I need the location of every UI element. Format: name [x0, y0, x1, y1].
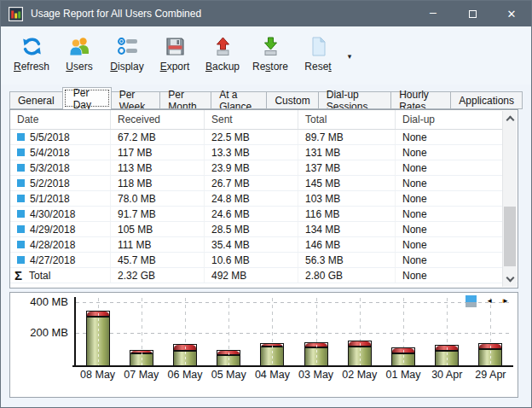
tab-custom[interactable]: Custom: [266, 91, 318, 109]
refresh-arrows-icon: [20, 35, 43, 58]
cell-dialup: None: [396, 253, 502, 267]
received-segment: [174, 352, 196, 365]
x-axis-line: [72, 365, 513, 367]
received-segment: [436, 352, 458, 365]
toolbar-button-backup[interactable]: Backup: [199, 32, 246, 81]
cell-sent: 22.5 MB: [205, 130, 298, 144]
tab-per-month[interactable]: Per Month: [159, 91, 211, 109]
chart-scroll-right-arrow[interactable]: ►: [502, 297, 509, 306]
table-scrollbar[interactable]: [502, 111, 517, 287]
tabstrip: GeneralPer DayPer WeekPer MonthAt a Glan…: [9, 86, 523, 109]
users-icon: [68, 35, 91, 58]
table-row[interactable]: 5/1/201878.0 MB24.8 MB103 MBNone: [10, 191, 502, 207]
toolbar-label-backup: Backup: [205, 61, 240, 73]
cell-sent: 24.6 MB: [205, 207, 298, 221]
usage-bar-29-apr: [478, 343, 502, 365]
toolbar-button-display[interactable]: Display: [103, 32, 151, 81]
toolbar: Refresh Users Display: [1, 26, 531, 85]
column-header-sent[interactable]: Sent: [205, 110, 298, 129]
toolbar-label-export: Export: [160, 61, 190, 73]
floppy-disk-icon: [164, 35, 187, 58]
table-row[interactable]: 4/30/201891.7 MB24.6 MB116 MBNone: [10, 207, 502, 222]
table-header: Date Received Sent Total Dial-up: [10, 110, 502, 130]
maximize-icon: [469, 10, 477, 18]
received-segment: [479, 350, 501, 365]
received-segment: [392, 354, 414, 365]
chart-slot: [76, 298, 119, 365]
column-header-total[interactable]: Total: [298, 110, 396, 129]
tab-hourly-rates[interactable]: Hourly Rates: [390, 91, 451, 109]
cell-dialup: None: [396, 145, 502, 160]
chart-x-label: 30 Apr: [425, 369, 469, 381]
total-row-label: Total: [29, 270, 50, 282]
cell-received: 91.7 MB: [111, 207, 205, 221]
usage-bar-03-may: [304, 342, 328, 365]
chart-x-label: 05 May: [207, 369, 251, 381]
toolbar-button-users[interactable]: Users: [55, 32, 103, 81]
toolbar-label-display: Display: [110, 61, 143, 73]
minimize-button[interactable]: –: [413, 1, 453, 26]
maximize-button[interactable]: [453, 1, 492, 26]
table-row[interactable]: 5/2/2018118 MB26.7 MB145 MBNone: [10, 176, 502, 191]
tab-applications[interactable]: Applications: [450, 91, 523, 109]
table-row[interactable]: 4/27/201845.7 MB10.6 MB56.3 MBNone: [10, 253, 502, 268]
cell-date: 5/4/2018: [30, 147, 70, 159]
toolbar-dropdown-button[interactable]: ▾: [342, 32, 357, 81]
toolbar-label-restore: Restore: [252, 61, 288, 73]
cell-total: 103 MB: [298, 191, 396, 206]
column-header-dialup[interactable]: Dial-up: [396, 110, 502, 129]
table-total-row[interactable]: ΣTotal 2.32 GB 492 MB 2.80 GB None: [10, 268, 518, 283]
chart-scroll-thumb[interactable]: [466, 295, 477, 307]
received-segment: [261, 347, 283, 365]
cell-dialup: None: [396, 222, 502, 236]
tab-per-day[interactable]: Per Day: [62, 87, 112, 109]
tab-at-a-glance[interactable]: At a Glance: [211, 91, 267, 109]
chevron-down-icon: ▾: [348, 52, 352, 61]
scrollbar-down-button[interactable]: [503, 272, 517, 287]
date-marker-icon: [17, 256, 25, 264]
date-marker-icon: [17, 195, 25, 202]
cell-sent: 28.5 MB: [205, 222, 298, 236]
toolbar-button-restore[interactable]: Restore: [246, 32, 294, 81]
chart-scroll-left-arrow[interactable]: ◄: [486, 297, 493, 306]
column-header-received[interactable]: Received: [111, 110, 205, 129]
table-row[interactable]: 5/4/2018117 MB13.3 MB131 MBNone: [10, 145, 502, 160]
display-list-icon: [116, 35, 139, 58]
cell-date: 5/3/2018: [30, 162, 70, 174]
chart-slot: [119, 298, 163, 365]
table-row[interactable]: 4/28/2018111 MB35.4 MB146 MBNone: [10, 237, 502, 253]
sent-segment: [174, 345, 196, 352]
minimize-icon: –: [430, 5, 437, 19]
table-row[interactable]: 5/3/2018113 MB23.9 MB137 MBNone: [10, 160, 502, 176]
toolbar-button-reset[interactable]: Reset: [294, 32, 342, 81]
toolbar-button-export[interactable]: Export: [151, 32, 199, 81]
tab-per-week[interactable]: Per Week: [111, 91, 161, 109]
total-total: 2.80 GB: [298, 268, 396, 283]
table-row[interactable]: 4/29/2018105 MB28.5 MB134 MBNone: [10, 222, 502, 237]
usage-bar-01-may: [391, 347, 415, 365]
chart-x-label: 07 May: [119, 369, 163, 381]
column-header-date[interactable]: Date: [10, 110, 111, 129]
app-icon: [9, 7, 23, 21]
tab-general[interactable]: General: [9, 91, 63, 109]
cell-received: 67.2 MB: [111, 130, 205, 144]
close-button[interactable]: ✕: [492, 1, 531, 26]
cell-total: 137 MB: [298, 160, 396, 175]
scrollbar-up-button[interactable]: [503, 111, 517, 125]
chart-slot: [381, 298, 425, 365]
cell-date: 4/27/2018: [30, 254, 75, 266]
cell-dialup: None: [396, 176, 502, 190]
cell-sent: 26.7 MB: [205, 176, 298, 190]
scrollbar-thumb[interactable]: [504, 207, 516, 266]
close-icon: ✕: [507, 8, 517, 20]
tab-dial-up-sessions[interactable]: Dial-up Sessions: [318, 91, 391, 109]
date-marker-icon: [17, 164, 25, 172]
date-marker-icon: [17, 179, 25, 187]
cell-received: 45.7 MB: [111, 253, 205, 267]
toolbar-label-users: Users: [66, 61, 92, 73]
table-row[interactable]: 5/5/201867.2 MB22.5 MB89.7 MBNone: [10, 130, 502, 145]
titlebar[interactable]: Usage Report for All Users Combined – ✕: [1, 1, 531, 26]
cell-date: 5/2/2018: [30, 178, 70, 189]
toolbar-button-refresh[interactable]: Refresh: [8, 32, 55, 81]
chart-x-labels: 08 May07 May06 May05 May04 May03 May02 M…: [76, 369, 512, 381]
